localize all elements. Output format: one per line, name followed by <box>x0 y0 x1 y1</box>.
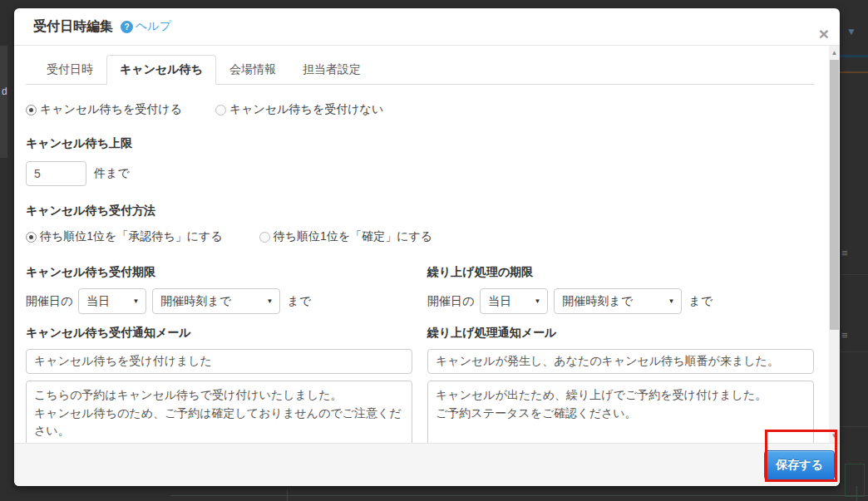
promotion-mail-subject-input[interactable] <box>427 349 814 374</box>
waitlist-method-heading: キャンセル待ち受付方法 <box>26 204 814 219</box>
radio-selected-icon <box>26 232 37 243</box>
close-icon[interactable]: × <box>819 25 829 42</box>
waitlist-mail-column: キャンセル待ち受付通知メール こちらの予約はキャンセル待ちで受け付けいたしました… <box>26 326 412 443</box>
chevron-down-icon: ▼ <box>534 297 540 305</box>
deadline-suffix: まで <box>287 294 311 309</box>
tab-venue-info[interactable]: 会場情報 <box>216 55 289 85</box>
background-partial-text: d <box>2 86 7 97</box>
background-row-divider <box>840 274 868 275</box>
background-row-divider <box>840 351 868 352</box>
scrollbar-thumb[interactable] <box>830 60 839 330</box>
background-page-fragment <box>0 46 7 158</box>
tab-waitlist[interactable]: キャンセル待ち <box>106 55 216 85</box>
promotion-mail-body-textarea[interactable]: キャンセルが出たため、繰り上げでご予約を受け付けました。 ご予約ステータスをご確… <box>427 381 814 443</box>
radio-selected-icon <box>26 105 37 115</box>
radio-label: キャンセル待ちを受付けない <box>229 102 383 117</box>
tab-reception-datetime[interactable]: 受付日時 <box>33 55 106 85</box>
notification-mail-section: キャンセル待ち受付通知メール こちらの予約はキャンセル待ちで受け付けいたしました… <box>26 326 814 443</box>
deadline-suffix: まで <box>688 294 713 309</box>
radio-unselected-icon <box>215 105 226 115</box>
radio-method-confirmed[interactable]: 待ち順位1位を「確定」にする <box>259 229 432 244</box>
waitlist-accept-radio-group: キャンセル待ちを受付ける キャンセル待ちを受付けない <box>26 102 814 117</box>
tab-bar: 受付日時 キャンセル待ち 会場情報 担当者設定 <box>26 55 814 85</box>
background-row-accent <box>840 55 868 57</box>
promotion-deadline-row: 開催日の 当日 ▼ 開催時刻まで ▼ まで <box>427 288 814 314</box>
scroll-up-icon[interactable]: ▲ <box>829 47 840 59</box>
modal-title: 受付日時編集 <box>33 18 113 36</box>
waitlist-deadline-day-select[interactable]: 当日 ▼ <box>78 288 146 314</box>
waitlist-deadline-column: キャンセル待ち受付期限 開催日の 当日 ▼ 開催時刻まで ▼ まで <box>26 265 412 314</box>
promotion-deadline-heading: 繰り上げ処理の期限 <box>427 265 814 280</box>
background-table-border <box>170 495 868 496</box>
waitlist-limit-heading: キャンセル待ち上限 <box>26 136 814 151</box>
modal-body: 受付日時 キャンセル待ち 会場情報 担当者設定 キャンセル待ちを受付ける キャン… <box>14 46 829 443</box>
save-button[interactable]: 保存する <box>764 450 835 480</box>
promotion-deadline-column: 繰り上げ処理の期限 開催日の 当日 ▼ 開催時刻まで ▼ まで <box>427 265 814 314</box>
edit-reception-modal: 受付日時編集 ? ヘルプ × 受付日時 キャンセル待ち 会場情報 担当者設定 キ… <box>14 8 840 486</box>
background-row-accent <box>840 71 868 73</box>
waitlist-deadline-heading: キャンセル待ち受付期限 <box>26 265 412 280</box>
tab-staff-settings[interactable]: 担当者設定 <box>289 55 374 85</box>
promotion-mail-column: 繰り上げ処理通知メール キャンセルが出たため、繰り上げでご予約を受け付けました。… <box>427 326 814 443</box>
select-value: 当日 <box>488 294 511 309</box>
promotion-mail-heading: 繰り上げ処理通知メール <box>427 326 814 341</box>
radio-method-pending-approval[interactable]: 待ち順位1位を「承認待ち」にする <box>26 229 223 244</box>
question-circle-icon: ? <box>121 21 133 33</box>
modal-footer: 保存する <box>14 443 840 486</box>
menu-icon: ≡ <box>841 248 848 258</box>
chevron-down-icon: ▼ <box>132 297 139 305</box>
chevron-down-icon: ▼ <box>846 26 856 37</box>
select-value: 開催時刻まで <box>160 294 231 309</box>
waitlist-deadline-time-select[interactable]: 開催時刻まで ▼ <box>152 288 280 314</box>
background-row-divider <box>840 426 868 427</box>
waitlist-mail-body-textarea[interactable]: こちらの予約はキャンセル待ちで受け付けいたしました。 キャンセル待ちのため、ご予… <box>26 381 412 443</box>
promotion-deadline-day-select[interactable]: 当日 ▼ <box>480 288 548 314</box>
scroll-down-icon[interactable]: ▼ <box>829 430 840 442</box>
modal-scrollbar[interactable]: ▲ ▼ <box>829 46 840 443</box>
waitlist-limit-row: 件まで <box>26 161 814 186</box>
radio-accept-waitlist[interactable]: キャンセル待ちを受付ける <box>26 102 182 117</box>
deadline-prefix: 開催日の <box>427 294 474 309</box>
promotion-deadline-time-select[interactable]: 開催時刻まで ▼ <box>554 288 682 314</box>
waitlist-method-radio-group: 待ち順位1位を「承認待ち」にする 待ち順位1位を「確定」にする <box>26 229 814 244</box>
background-table-border <box>287 490 288 501</box>
chevron-down-icon: ▼ <box>266 297 273 305</box>
deadline-section: キャンセル待ち受付期限 開催日の 当日 ▼ 開催時刻まで ▼ まで 繰り上げ処理… <box>26 265 814 314</box>
radio-decline-waitlist[interactable]: キャンセル待ちを受付けない <box>215 102 383 117</box>
select-value: 当日 <box>86 294 110 309</box>
modal-header: 受付日時編集 ? ヘルプ <box>14 8 840 46</box>
chevron-down-icon: ▼ <box>668 297 674 305</box>
select-value: 開催時刻まで <box>562 294 633 309</box>
menu-icon: ≡ <box>841 330 848 341</box>
radio-label: キャンセル待ちを受付ける <box>40 102 182 117</box>
radio-label: 待ち順位1位を「承認待ち」にする <box>40 229 223 244</box>
radio-unselected-icon <box>259 232 270 243</box>
deadline-prefix: 開催日の <box>26 294 72 309</box>
background-table-cell <box>845 464 865 497</box>
waitlist-mail-heading: キャンセル待ち受付通知メール <box>26 326 412 341</box>
radio-label: 待ち順位1位を「確定」にする <box>274 229 432 244</box>
help-link[interactable]: ? ヘルプ <box>121 19 171 34</box>
waitlist-limit-input[interactable] <box>26 161 86 186</box>
waitlist-limit-suffix: 件まで <box>94 166 130 181</box>
waitlist-deadline-row: 開催日の 当日 ▼ 開催時刻まで ▼ まで <box>26 288 412 314</box>
waitlist-mail-subject-input[interactable] <box>26 349 412 374</box>
help-link-label: ヘルプ <box>136 19 171 34</box>
